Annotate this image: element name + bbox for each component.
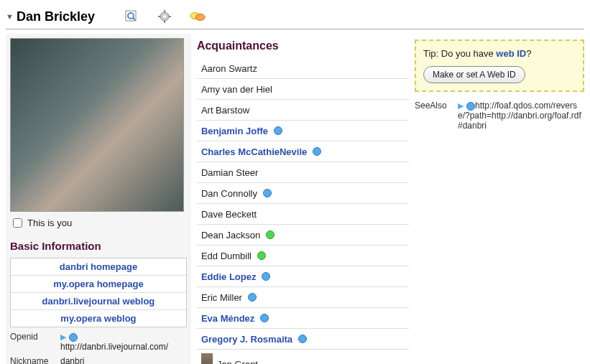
make-web-id-button[interactable]: Make or set A Web ID (423, 66, 525, 83)
acquaintance-name: Jan Grant (217, 359, 258, 365)
acquaintance-name: Amy van der Hiel (201, 84, 272, 95)
profile-photo (10, 38, 184, 212)
acquaintance-name[interactable]: Charles McCathieNevile (201, 146, 307, 157)
openid-url: http://danbri.livejournal.com/ (60, 342, 168, 352)
acquaintance-name: Dave Beckett (201, 209, 257, 220)
svg-point-10 (195, 14, 205, 20)
acquaintances-heading: Acquaintances (197, 39, 409, 52)
acquaintance-item: Art Barstow (197, 100, 409, 121)
nickname-row: Nickname danbri danbri (10, 356, 187, 364)
search-icon[interactable] (124, 9, 139, 24)
presence-dot-icon (260, 314, 269, 322)
presence-dot-icon (248, 293, 257, 302)
acquaintance-item: Eric Miller (197, 287, 409, 308)
acquaintance-item: Edd Dumbill (197, 246, 409, 266)
presence-dot-icon (274, 126, 282, 135)
disclose-triangle-icon[interactable]: ▼ (6, 12, 14, 21)
acquaintance-item: Eddie Lopez (197, 266, 409, 287)
presence-dot-icon (263, 189, 272, 197)
acquaintance-item: Eva Méndez (197, 308, 409, 329)
tip-prefix: Tip: Do you have (423, 48, 496, 59)
acquaintance-name: Aaron Swartz (201, 63, 257, 74)
this-is-you-label: This is you (27, 218, 72, 228)
header-bar: ▼ Dan Brickley (6, 6, 584, 29)
toolbar (124, 9, 206, 24)
tip-box: Tip: Do you have web ID? Make or set A W… (415, 39, 584, 92)
presence-dot-icon (69, 333, 78, 342)
right-column: Tip: Do you have web ID? Make or set A W… (415, 34, 584, 131)
basic-info-heading: Basic Information (10, 240, 187, 252)
acquaintance-name: Art Barstow (201, 105, 249, 116)
presence-dot-icon (298, 335, 307, 343)
openid-label: Openid (10, 332, 60, 352)
presence-dot-icon (262, 272, 270, 281)
play-arrow-icon: ▶ (60, 332, 66, 341)
seealso-label: SeeAlso (415, 101, 458, 131)
acquaintance-name: Dean Jackson (201, 230, 260, 241)
left-column: This is you Basic Information danbri hom… (6, 34, 191, 364)
presence-dot-icon (257, 251, 266, 260)
opera-weblog-link[interactable]: my.opera weblog (11, 310, 186, 327)
homepage-link[interactable]: danbri homepage (11, 258, 186, 276)
openid-value: ▶ http://danbri.livejournal.com/ (60, 332, 187, 352)
acquaintance-item: Dan Connolly (197, 183, 409, 204)
acquaintance-name[interactable]: Eddie Lopez (201, 271, 257, 282)
presence-dot-icon (313, 147, 321, 156)
acquaintance-name: Edd Dumbill (201, 251, 252, 261)
person-thumb (201, 353, 213, 364)
nickname-label: Nickname (10, 356, 60, 364)
tip-text: Tip: Do you have web ID? (423, 48, 576, 59)
chat-icon[interactable] (190, 9, 206, 24)
this-is-you-row: This is you (10, 216, 187, 230)
svg-point-4 (163, 15, 166, 18)
nickname-1: danbri (60, 356, 84, 364)
acquaintance-item: Aaron Swartz (197, 58, 409, 79)
play-arrow-icon: ▶ (458, 101, 464, 110)
acquaintance-name: Damian Steer (201, 167, 258, 178)
nickname-value: danbri danbri (60, 356, 187, 364)
acquaintance-item: Dean Jackson (197, 225, 409, 246)
page-title: Dan Brickley (17, 9, 95, 24)
livejournal-weblog-link[interactable]: danbri.livejournal weblog (11, 293, 186, 310)
acquaintance-item: Gregory J. Rosmaita (197, 329, 409, 350)
openid-row: Openid ▶ http://danbri.livejournal.com/ (10, 332, 187, 352)
web-id-link[interactable]: web ID (496, 48, 526, 59)
tip-suffix: ? (526, 48, 531, 59)
gear-icon[interactable] (157, 9, 172, 24)
middle-column: Acquaintances Aaron SwartzAmy van der Hi… (197, 34, 409, 364)
opera-homepage-link[interactable]: my.opera homepage (11, 276, 186, 293)
acquaintance-item: Jan Grant (197, 350, 409, 364)
seealso-url[interactable]: http://foaf.qdos.com/reverse/?path=http:… (458, 101, 581, 131)
presence-dot-icon (266, 230, 275, 239)
acquaintance-name[interactable]: Benjamin Joffe (201, 126, 268, 136)
acquaintance-item: Benjamin Joffe (197, 121, 409, 141)
acquaintance-item: Damian Steer (197, 162, 409, 183)
links-box: danbri homepage my.opera homepage danbri… (10, 258, 187, 327)
seealso-row: SeeAlso ▶http://foaf.qdos.com/reverse/?p… (415, 101, 584, 131)
acquaintance-name[interactable]: Eva Méndez (201, 313, 254, 324)
acquaintance-name: Dan Connolly (201, 188, 257, 199)
acquaintance-name[interactable]: Gregory J. Rosmaita (201, 334, 292, 345)
seealso-value: ▶http://foaf.qdos.com/reverse/?path=http… (458, 101, 584, 131)
acquaintances-list: Aaron SwartzAmy van der HielArt BarstowB… (197, 58, 409, 364)
acquaintance-item: Dave Beckett (197, 204, 409, 225)
acquaintance-name: Eric Miller (201, 292, 242, 303)
content: This is you Basic Information danbri hom… (6, 34, 584, 364)
this-is-you-checkbox[interactable] (13, 218, 22, 228)
presence-dot-icon (466, 102, 475, 111)
acquaintance-item: Amy van der Hiel (197, 79, 409, 100)
acquaintance-item: Charles McCathieNevile (197, 141, 409, 162)
